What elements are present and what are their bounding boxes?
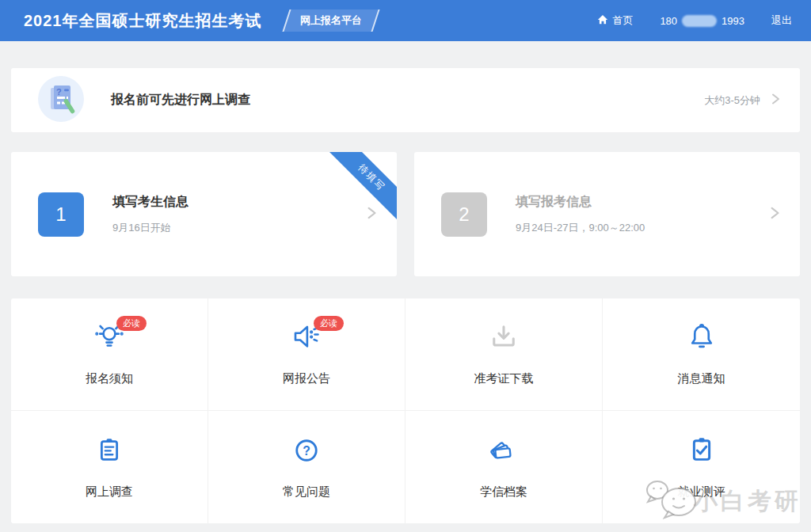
grid-item-online-survey[interactable]: 网上调查 <box>11 411 208 523</box>
grid-item-label: 报名须知 <box>86 371 133 386</box>
question-circle-icon: ? <box>290 434 323 470</box>
download-icon <box>487 321 520 357</box>
grid-item-label: 就业测评 <box>678 484 725 500</box>
grid-item-chsi-archive[interactable]: 学信档案 <box>406 411 603 523</box>
phone-suffix: 1993 <box>722 15 744 27</box>
grid-item-label: 学信档案 <box>480 484 527 500</box>
grid-item-announcements[interactable]: 必读 网报公告 <box>208 298 406 411</box>
function-grid: 必读 报名须知 必读 网报公告 <box>11 298 800 523</box>
survey-document-icon: ? <box>38 76 84 125</box>
main-content: ? 报名前可先进行网上调查 大约3-5分钟 1 填写考生信息 9月16日开始 <box>11 68 800 523</box>
step-title: 填写考生信息 <box>112 194 188 211</box>
platform-badge-label: 网上报名平台 <box>300 13 362 28</box>
nav-home[interactable]: 首页 <box>597 13 633 28</box>
clipboard-check-icon <box>685 434 718 470</box>
steps-row: 1 填写考生信息 9月16日开始 待填写 2 填写报考信息 9月24日-27日，… <box>11 152 800 276</box>
clipboard-icon <box>93 434 126 470</box>
nav-logout-label: 退出 <box>771 13 792 28</box>
grid-item-label: 准考证下载 <box>474 371 534 386</box>
step-number-badge: 1 <box>38 192 84 237</box>
ribbon-badge: 待填写 <box>324 152 397 225</box>
archive-fan-icon <box>486 434 521 470</box>
nav-home-label: 首页 <box>612 13 633 28</box>
grid-item-career-assessment[interactable]: 就业测评 <box>603 411 800 523</box>
grid-item-notifications[interactable]: 消息通知 <box>603 298 800 411</box>
grid-item-label: 消息通知 <box>678 371 725 386</box>
ribbon-label: 待填写 <box>327 152 397 222</box>
chevron-right-icon <box>767 205 782 224</box>
svg-text:?: ? <box>303 443 310 457</box>
survey-banner-title: 报名前可先进行网上调查 <box>111 92 704 108</box>
header-nav: 首页 1801993 退出 <box>597 13 792 28</box>
phone-prefix: 180 <box>660 15 677 27</box>
step-subtitle: 9月16日开始 <box>112 221 188 235</box>
step-card-candidate-info[interactable]: 1 填写考生信息 9月16日开始 待填写 <box>11 152 397 276</box>
required-badge: 必读 <box>314 316 344 331</box>
chevron-right-icon <box>768 92 782 109</box>
page-title: 2021年全国硕士研究生招生考试 <box>24 10 262 32</box>
grid-item-label: 常见问题 <box>283 484 330 500</box>
svg-text:?: ? <box>56 86 62 96</box>
step-card-application-info[interactable]: 2 填写报考信息 9月24日-27日，9:00～22:00 <box>414 152 800 276</box>
step-title: 填写报考信息 <box>516 194 645 211</box>
nav-phone: 1801993 <box>660 15 744 27</box>
step-subtitle: 9月24日-27日，9:00～22:00 <box>516 221 645 235</box>
required-badge: 必读 <box>116 316 147 331</box>
grid-item-label: 网上调查 <box>86 484 133 500</box>
step-number-badge: 2 <box>441 192 487 237</box>
grid-item-label: 网报公告 <box>283 371 330 386</box>
survey-duration-label: 大约3-5分钟 <box>704 93 760 108</box>
grid-item-faq[interactable]: ? 常见问题 <box>208 411 406 523</box>
nav-logout[interactable]: 退出 <box>771 13 792 28</box>
header: 2021年全国硕士研究生招生考试 网上报名平台 首页 1801993 退出 <box>0 0 811 41</box>
survey-banner-card[interactable]: ? 报名前可先进行网上调查 大约3-5分钟 <box>11 68 800 132</box>
grid-item-signup-notice[interactable]: 必读 报名须知 <box>11 298 208 411</box>
home-icon <box>597 14 608 28</box>
grid-item-admission-ticket-download[interactable]: 准考证下载 <box>406 298 603 411</box>
bell-icon <box>685 321 718 357</box>
platform-badge: 网上报名平台 <box>282 10 379 32</box>
phone-redaction <box>682 15 717 27</box>
